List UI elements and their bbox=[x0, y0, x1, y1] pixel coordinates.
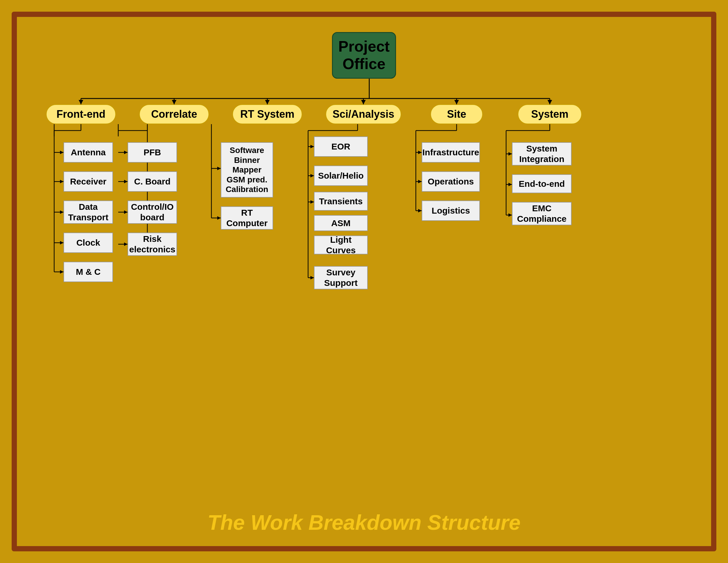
l2-rtcomputer: RTComputer bbox=[221, 206, 273, 229]
svg-marker-18 bbox=[60, 180, 63, 183]
svg-marker-9 bbox=[172, 100, 176, 104]
level1-system: System bbox=[518, 104, 582, 124]
svg-marker-45 bbox=[217, 216, 221, 220]
l2-eor: EOR bbox=[314, 136, 368, 157]
svg-marker-37 bbox=[124, 210, 128, 214]
svg-marker-65 bbox=[418, 209, 422, 212]
root-node: ProjectOffice bbox=[332, 32, 396, 79]
svg-marker-54 bbox=[310, 200, 314, 204]
level1-scianalysis: Sci/Analysis bbox=[326, 104, 401, 124]
svg-marker-35 bbox=[124, 180, 128, 183]
l2-operations: Operations bbox=[422, 171, 480, 192]
svg-marker-16 bbox=[60, 151, 63, 154]
outer-frame: ProjectOffice Front-end Correlate RT Sys… bbox=[12, 12, 716, 551]
svg-marker-10 bbox=[265, 100, 270, 104]
svg-marker-61 bbox=[418, 151, 422, 154]
level1-scianalysis-label: Sci/Analysis bbox=[333, 108, 394, 120]
l2-logistics: Logistics bbox=[422, 200, 480, 221]
svg-marker-43 bbox=[217, 167, 221, 170]
level1-system-label: System bbox=[531, 108, 568, 120]
l2-transients: Transients bbox=[314, 192, 368, 211]
level1-frontend-label: Front-end bbox=[56, 108, 105, 120]
l2-emccompliance: EMCCompliance bbox=[512, 202, 572, 225]
l2-solarhelio: Solar/Helio bbox=[314, 165, 368, 186]
level1-site: Site bbox=[430, 104, 483, 124]
level1-rtsystem: RT System bbox=[232, 104, 302, 124]
svg-marker-63 bbox=[418, 180, 422, 183]
level1-site-label: Site bbox=[447, 108, 466, 120]
svg-marker-22 bbox=[60, 241, 63, 244]
svg-marker-72 bbox=[508, 183, 512, 186]
svg-marker-20 bbox=[60, 210, 63, 214]
l2-endtoend: End-to-end bbox=[512, 174, 572, 193]
l2-antenna: Antenna bbox=[63, 142, 113, 163]
svg-marker-11 bbox=[361, 100, 366, 104]
level1-frontend: Front-end bbox=[46, 104, 116, 124]
l2-controlio: Control/IOboard bbox=[128, 200, 177, 224]
l2-cboard: C. Board bbox=[128, 171, 177, 192]
connectors-svg bbox=[17, 17, 711, 502]
l2-lightcurves: Light Curves bbox=[314, 235, 368, 254]
svg-marker-39 bbox=[124, 242, 128, 246]
l2-software: SoftwareBinnerMapperGSM pred.Calibration bbox=[221, 142, 273, 197]
level1-correlate: Correlate bbox=[139, 104, 209, 124]
svg-marker-50 bbox=[310, 145, 314, 148]
l2-pfb: PFB bbox=[128, 142, 177, 163]
svg-marker-52 bbox=[310, 174, 314, 177]
svg-marker-8 bbox=[79, 100, 83, 104]
svg-marker-24 bbox=[60, 270, 63, 273]
root-label: ProjectOffice bbox=[338, 38, 390, 73]
l2-infrastructure: Infrastructure bbox=[422, 142, 480, 163]
svg-marker-33 bbox=[124, 151, 128, 154]
l2-mandc: M & C bbox=[63, 262, 113, 282]
bottom-title: The Work Breakdown Structure bbox=[17, 502, 711, 546]
svg-marker-56 bbox=[310, 276, 314, 279]
bottom-title-text: The Work Breakdown Structure bbox=[208, 511, 521, 534]
level1-rtsystem-label: RT System bbox=[240, 108, 294, 120]
level1-correlate-label: Correlate bbox=[151, 108, 197, 120]
l2-clock: Clock bbox=[63, 232, 113, 253]
svg-marker-74 bbox=[508, 213, 512, 217]
l2-datatransport: DataTransport bbox=[63, 200, 113, 224]
l2-surveysupport: SurveySupport bbox=[314, 266, 368, 290]
l2-asm: ASM bbox=[314, 215, 368, 231]
svg-marker-13 bbox=[547, 100, 552, 104]
svg-marker-12 bbox=[454, 100, 459, 104]
svg-marker-70 bbox=[508, 152, 512, 156]
l2-riskelectronics: Riskelectronics bbox=[128, 232, 177, 256]
l2-receiver: Receiver bbox=[63, 171, 113, 192]
l2-systemintegration: SystemIntegration bbox=[512, 142, 572, 165]
diagram-area: ProjectOffice Front-end Correlate RT Sys… bbox=[17, 17, 711, 502]
